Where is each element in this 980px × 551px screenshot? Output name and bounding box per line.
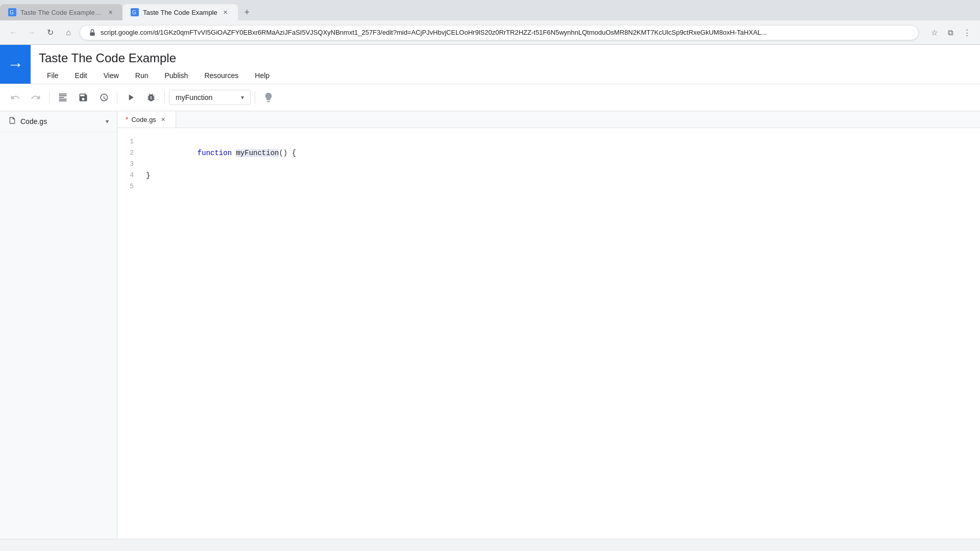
redo-button[interactable] [27, 88, 45, 107]
app-container: → Taste The Code Example File Edit View … [0, 45, 980, 551]
function-selector-text: myFunction [176, 93, 239, 102]
status-bar [0, 539, 980, 551]
app-menu: File Edit View Run Publish Resources Hel… [39, 67, 278, 84]
svg-rect-4 [90, 32, 94, 36]
menu-icon[interactable]: ⋮ [960, 26, 974, 40]
indent-button[interactable] [54, 88, 72, 107]
menu-edit[interactable]: Edit [67, 67, 95, 84]
tab-unsaved-icon: * [126, 115, 128, 123]
code-content: function myFunction() { } [142, 128, 980, 539]
code-line-1: function myFunction() { [146, 136, 980, 170]
script-toolbar: myFunction ▾ [0, 84, 980, 111]
forward-button[interactable]: → [24, 26, 39, 40]
lightbulb-icon [263, 92, 274, 103]
redo-icon [31, 92, 41, 103]
file-icon [8, 116, 16, 127]
url-bar[interactable]: script.google.com/d/1GKz0qmFTvVI5GiOAZFY… [80, 25, 919, 40]
editor-tab-label: Code.gs [131, 116, 156, 123]
tab-1[interactable]: G Taste The Code Example - Goo... ✕ [0, 4, 122, 20]
chevron-down-icon: ▾ [241, 94, 244, 101]
line-num-5: 5 [117, 181, 142, 192]
home-button[interactable]: ⌂ [61, 26, 76, 40]
tab-close-icon[interactable]: ✕ [159, 115, 167, 123]
editor-tabs: * Code.gs ✕ [117, 111, 980, 128]
menu-run[interactable]: Run [127, 67, 157, 84]
file-panel: Code.gs ▾ [0, 111, 117, 539]
run-button[interactable] [121, 88, 140, 107]
tab2-label: Taste The Code Example [143, 9, 217, 16]
line-num-4: 4 [117, 170, 142, 181]
line-numbers: 1 2 3 4 5 [117, 128, 142, 539]
undo-button[interactable] [6, 88, 24, 107]
app-title: Taste The Code Example [39, 45, 278, 67]
function-selector[interactable]: myFunction ▾ [169, 90, 251, 105]
separator-2 [117, 91, 117, 104]
new-tab-button[interactable]: + [240, 5, 254, 19]
keyword-function: function [198, 149, 236, 157]
tab-2[interactable]: G Taste The Code Example ✕ [122, 4, 238, 20]
app-header: → Taste The Code Example File Edit View … [0, 45, 980, 84]
url-text: script.google.com/d/1GKz0qmFTvVI5GiOAZFY… [101, 29, 910, 36]
tab1-label: Taste The Code Example - Goo... [20, 9, 102, 16]
extensions-icon[interactable]: ⧉ [943, 26, 958, 40]
editor-main: * Code.gs ✕ 1 2 3 4 5 function myFunctio… [117, 111, 980, 539]
save-button[interactable] [74, 88, 92, 107]
file-dropdown-icon[interactable]: ▾ [106, 118, 109, 125]
file-panel-filename: Code.gs [20, 117, 102, 126]
svg-text:G: G [10, 10, 14, 15]
tab1-favicon: G [8, 8, 16, 16]
clock-icon [99, 92, 109, 103]
app-title-area: Taste The Code Example File Edit View Ru… [31, 45, 286, 84]
code-punct-3: } [146, 171, 150, 180]
execution-log-button[interactable] [94, 88, 113, 107]
line-num-3: 3 [117, 159, 142, 170]
back-button[interactable]: ← [6, 26, 20, 40]
tab-bar: G Taste The Code Example - Goo... ✕ G Ta… [0, 0, 980, 20]
code-punct-1: () { [279, 149, 296, 157]
menu-help[interactable]: Help [247, 67, 278, 84]
debug-button[interactable] [142, 88, 160, 107]
undo-icon [10, 92, 20, 103]
separator-3 [164, 91, 165, 104]
menu-resources[interactable]: Resources [196, 67, 247, 84]
separator-1 [49, 91, 50, 104]
bookmark-icon[interactable]: ☆ [927, 26, 941, 40]
editor-container: Code.gs ▾ * Code.gs ✕ 1 2 3 4 [0, 111, 980, 539]
browser-chrome: G Taste The Code Example - Goo... ✕ G Ta… [0, 0, 980, 45]
app-logo: → [0, 45, 31, 84]
menu-file[interactable]: File [39, 67, 67, 84]
editor-tab-codejs[interactable]: * Code.gs ✕ [117, 111, 176, 128]
svg-text:G: G [132, 10, 136, 15]
function-name-highlight: myFunction [236, 149, 279, 157]
debug-icon [146, 92, 156, 103]
tab2-close-icon[interactable]: ✕ [222, 8, 230, 16]
code-editor[interactable]: 1 2 3 4 5 function myFunction() { } [117, 128, 980, 539]
tab1-close-icon[interactable]: ✕ [106, 8, 114, 16]
tab2-favicon: G [131, 8, 139, 16]
browser-toolbar: ☆ ⧉ ⋮ [927, 26, 974, 40]
app-logo-arrow-icon: → [7, 55, 23, 74]
line-num-2: 2 [117, 147, 142, 159]
address-bar: ← → ↻ ⌂ script.google.com/d/1GKz0qmFTvVI… [0, 20, 980, 45]
run-icon [126, 92, 136, 103]
menu-publish[interactable]: Publish [156, 67, 196, 84]
lightbulb-button[interactable] [259, 88, 278, 107]
reload-button[interactable]: ↻ [43, 26, 57, 40]
line-num-1: 1 [117, 136, 142, 147]
file-panel-item-codejs[interactable]: Code.gs ▾ [0, 111, 117, 132]
separator-4 [255, 91, 255, 104]
lock-icon [88, 29, 96, 37]
save-icon [78, 92, 88, 103]
code-line-3: } [146, 170, 980, 181]
menu-view[interactable]: View [95, 67, 127, 84]
indent-icon [58, 92, 68, 103]
